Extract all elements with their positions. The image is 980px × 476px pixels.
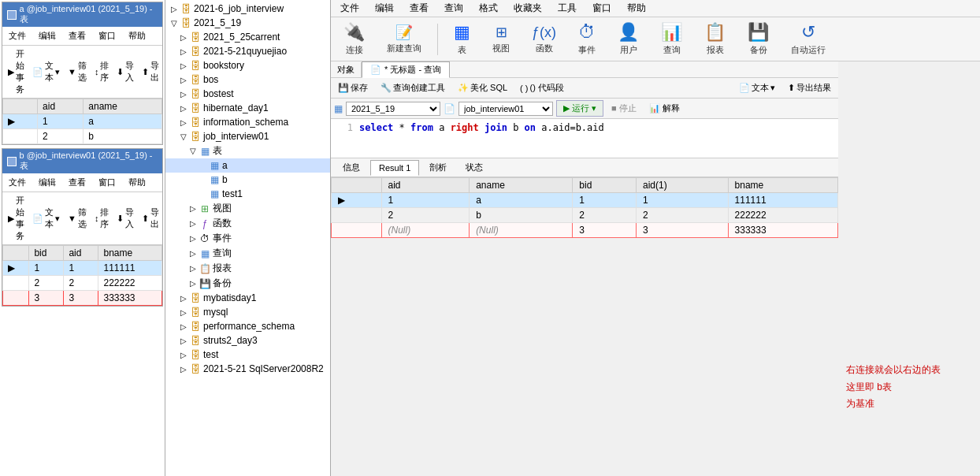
tree-item-quyuejiao[interactable]: ▷ 🗄 2021-5-21quyuejiao — [165, 44, 330, 58]
text-btn-b[interactable]: 📄 文本 ▾ — [30, 206, 62, 231]
tab-info[interactable]: 信息 — [334, 158, 369, 177]
export-results-btn[interactable]: ⬆ 导出结果 — [784, 80, 835, 96]
table-toolbar-btn[interactable]: ▦ 表 — [447, 19, 477, 59]
begin-transaction-b[interactable]: ▶ 开始事务 — [6, 194, 27, 243]
stop-button[interactable]: ■ 停止 — [607, 101, 641, 116]
tree-item-bostest[interactable]: ▷ 🗄 bostest — [165, 87, 330, 101]
tree-item-performance-schema[interactable]: ▷ 🗄 performance_schema — [165, 319, 330, 333]
query-builder-btn[interactable]: 🔧 查询创建工具 — [377, 80, 449, 96]
menu-file-b[interactable]: 文件 — [6, 175, 29, 190]
menu-help-a[interactable]: 帮助 — [125, 28, 149, 43]
query-window-tab[interactable]: 📄 * 无标题 - 查询 — [362, 61, 450, 78]
tree-item-test[interactable]: ▷ 🗄 test — [165, 348, 330, 362]
text-export-btn[interactable]: 📄 文本 ▾ — [735, 80, 779, 96]
user-toolbar-btn[interactable]: 👤 用户 — [611, 19, 645, 59]
tree-item-table-b[interactable]: ▦ b — [165, 173, 330, 187]
event-toolbar-btn[interactable]: ⏱ 事件 — [572, 19, 602, 59]
tree-item-table-a[interactable]: ▦ a — [165, 158, 330, 173]
tab-status[interactable]: 状态 — [457, 158, 492, 177]
result-col-bid[interactable]: bid — [573, 178, 637, 193]
view-toolbar-btn[interactable]: ⊞ 视图 — [486, 20, 516, 58]
col-header-b-aid[interactable]: aid — [64, 246, 98, 261]
menu-edit-a[interactable]: 编辑 — [35, 28, 59, 43]
text-btn-a[interactable]: 📄 文本 ▾ — [30, 59, 62, 84]
object-tab[interactable]: 对象 — [331, 62, 362, 77]
tree-item-queries-folder[interactable]: ▷ ▦ 查询 — [165, 246, 330, 261]
export-btn-a[interactable]: ⬆ 导出 — [139, 59, 161, 84]
import-btn-b[interactable]: ⬇ 导入 — [114, 206, 136, 231]
beautify-btn[interactable]: ✨ 美化 SQL — [454, 80, 511, 96]
save-query-btn[interactable]: 💾 保存 — [334, 80, 372, 96]
connect-toolbar-btn[interactable]: 🔌 连接 — [337, 19, 371, 59]
tree-item-bookstory[interactable]: ▷ 🗄 bookstory — [165, 58, 330, 73]
tree-item-tables-folder[interactable]: ▽ ▦ 表 — [165, 143, 330, 158]
table-row[interactable]: 2 2 222222 — [3, 276, 162, 291]
filter-btn-a[interactable]: ▼ 筛选 — [65, 59, 89, 84]
table-select[interactable]: job_interview01 — [458, 102, 553, 116]
menu-help-b[interactable]: 帮助 — [125, 175, 149, 190]
export-btn-b[interactable]: ⬆ 导出 — [139, 206, 161, 231]
code-snippet-btn[interactable]: ( ) () 代码段 — [516, 80, 568, 96]
menu-window-b[interactable]: 窗口 — [95, 175, 119, 190]
menu-edit-main[interactable]: 编辑 — [372, 0, 397, 17]
menu-query-main[interactable]: 查询 — [441, 0, 466, 17]
result-row[interactable]: ▶ 1 a 1 1 111111 — [332, 193, 838, 208]
report-toolbar-btn[interactable]: 📋 报表 — [698, 19, 732, 59]
table-row[interactable]: ▶ 1 1 111111 — [3, 261, 162, 276]
tree-item-bos[interactable]: ▷ 🗄 bos — [165, 73, 330, 87]
func-toolbar-btn[interactable]: ƒ(x) 函数 — [525, 21, 562, 58]
query-toolbar-btn-main[interactable]: 📊 查询 — [655, 19, 689, 59]
filter-btn-b[interactable]: ▼ 筛选 — [65, 206, 89, 231]
tree-item-func-folder[interactable]: ▷ ƒ 函数 — [165, 216, 330, 231]
tree-item-sqlserver[interactable]: ▷ 🗄 2021-5-21 SqlServer2008R2 — [165, 362, 330, 376]
menu-edit-b[interactable]: 编辑 — [35, 175, 59, 190]
tree-item-mysql[interactable]: ▷ 🗄 mysql — [165, 305, 330, 319]
menu-view-main[interactable]: 查看 — [406, 0, 432, 17]
result-col-aid1[interactable]: aid(1) — [637, 178, 729, 193]
tab-profile[interactable]: 剖析 — [421, 158, 455, 177]
table-row[interactable]: 3 3 333333 — [3, 291, 162, 306]
tree-item-2021-5-19[interactable]: ▽ 🗄 2021_5_19 — [165, 16, 330, 30]
table-row[interactable]: ▶ 1 a — [3, 114, 162, 129]
tree-item-views-folder[interactable]: ▷ ⊞ 视图 — [165, 201, 330, 216]
tree-item-reports-folder[interactable]: ▷ 📋 报表 — [165, 261, 330, 276]
sql-editor[interactable]: 1 select * from a right join b on — [331, 119, 838, 158]
tree-item-information-schema[interactable]: ▷ 🗄 information_schema — [165, 115, 330, 129]
menu-format-main[interactable]: 格式 — [476, 0, 501, 17]
tree-item-struts2[interactable]: ▷ 🗄 struts2_day3 — [165, 333, 330, 348]
tree-item-mybatisday[interactable]: ▷ 🗄 mybatisday1 — [165, 291, 330, 305]
tree-item-2021-5-25[interactable]: ▷ 🗄 2021_5_25carrent — [165, 30, 330, 44]
col-header-bid[interactable]: bid — [29, 246, 64, 261]
tab-result1[interactable]: Result 1 — [370, 160, 419, 176]
menu-view-a[interactable]: 查看 — [65, 28, 89, 43]
tree-item-events-folder[interactable]: ▷ ⏱ 事件 — [165, 231, 330, 246]
menu-window-a[interactable]: 窗口 — [95, 28, 119, 43]
import-btn-a[interactable]: ⬇ 导入 — [114, 59, 136, 84]
result-col-aid[interactable]: aid — [381, 178, 470, 193]
backup-toolbar-btn[interactable]: 💾 备份 — [741, 19, 775, 59]
menu-tools-main[interactable]: 工具 — [555, 0, 580, 17]
result-col-bname[interactable]: bname — [728, 178, 837, 193]
run-button[interactable]: ▶ 运行 ▾ — [556, 100, 603, 117]
menu-window-main[interactable]: 窗口 — [589, 0, 614, 17]
menu-file-main[interactable]: 文件 — [337, 0, 362, 17]
menu-view-b[interactable]: 查看 — [65, 175, 89, 190]
table-row[interactable]: 2 b — [3, 129, 162, 144]
tree-item-table-test1[interactable]: ▦ test1 — [165, 187, 330, 201]
sort-btn-a[interactable]: ↕ 排序 — [92, 59, 112, 84]
col-header-aname[interactable]: aname — [84, 99, 162, 114]
menu-help-main[interactable]: 帮助 — [624, 0, 649, 17]
autorun-toolbar-btn[interactable]: ↺ 自动运行 — [785, 19, 832, 59]
explain-button[interactable]: 📊 解释 — [644, 101, 685, 116]
col-header-aid[interactable]: aid — [38, 99, 84, 114]
sort-btn-b[interactable]: ↕ 排序 — [92, 206, 112, 231]
tree-item-hibernate[interactable]: ▷ 🗄 hibernate_day1 — [165, 101, 330, 115]
begin-transaction-a[interactable]: ▶ 开始事务 — [6, 47, 27, 96]
menu-file-a[interactable]: 文件 — [6, 28, 29, 43]
new-query-toolbar-btn[interactable]: 📝 新建查询 — [380, 20, 428, 58]
col-header-bname[interactable]: bname — [98, 246, 162, 261]
tree-item-2021-6[interactable]: ▷ 🗄 2021-6_job_interview — [165, 2, 330, 16]
tree-item-job-interview01[interactable]: ▽ 🗄 job_interview01 — [165, 129, 330, 143]
tree-item-backup-folder[interactable]: ▷ 💾 备份 — [165, 276, 330, 291]
result-row[interactable]: (Null) (Null) 3 3 333333 — [332, 223, 838, 238]
